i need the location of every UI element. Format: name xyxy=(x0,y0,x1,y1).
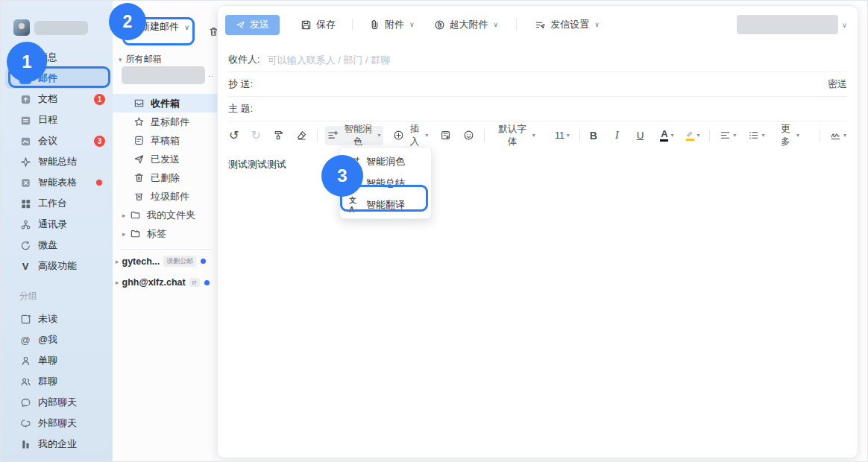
people-icon xyxy=(19,376,31,387)
triangle-right-icon[interactable]: ▸ xyxy=(122,212,130,219)
folder-junk[interactable]: 垃圾邮件 xyxy=(113,187,217,206)
folder-tags[interactable]: ▸ 标签 xyxy=(113,224,217,243)
sidebar-item-external-chat[interactable]: 外部聊天 xyxy=(1,413,113,434)
junk-icon xyxy=(133,191,145,202)
triangle-right-icon[interactable]: ▸ xyxy=(122,230,130,238)
folder-inbox[interactable]: 收件箱 xyxy=(113,94,217,113)
more-button[interactable]: 更多 ▾ xyxy=(774,126,802,145)
annotation-step-3: 3 xyxy=(321,155,363,197)
to-input[interactable] xyxy=(268,54,847,66)
sidebar-item-internal-chat[interactable]: 内部聊天 xyxy=(1,392,113,413)
triangle-right-icon[interactable]: ▸ xyxy=(116,258,119,265)
undo-button[interactable]: ↺ xyxy=(227,126,241,145)
sidebar-item-drive[interactable]: 微盘 xyxy=(1,235,113,256)
send-settings-button[interactable]: 发信设置 ∨ xyxy=(535,18,600,31)
paperclip-icon xyxy=(369,19,380,31)
document-icon xyxy=(19,93,31,105)
account-ellipsis[interactable]: .. xyxy=(208,69,214,78)
signature-button[interactable]: ▾ xyxy=(828,126,849,145)
advanced-features-icon: V xyxy=(19,260,31,272)
large-attachment-button[interactable]: 超大附件 ∨ xyxy=(434,18,499,31)
attachment-button[interactable]: 附件 ∨ xyxy=(369,18,415,31)
message-body[interactable]: 测试测试测试 xyxy=(218,149,858,180)
sidebar-item-label: 群聊 xyxy=(38,375,57,388)
all-mailboxes-header[interactable]: ▾ 所有邮箱 xyxy=(119,53,162,66)
to-label: 收件人: xyxy=(228,53,260,66)
folder-my-folders[interactable]: ▸ 我的文件夹 xyxy=(113,206,217,224)
sidebar-item-contacts[interactable]: 通讯录 xyxy=(1,214,113,235)
meeting-badge: 3 xyxy=(94,136,105,147)
divider xyxy=(709,130,710,142)
sidebar-item-label: 未读 xyxy=(38,312,57,326)
template-button[interactable] xyxy=(438,126,453,145)
sidebar-item-docs[interactable]: 文档 1 xyxy=(1,89,113,110)
sidebar-item-label: 会议 xyxy=(38,134,57,148)
translate-icon: 文A xyxy=(349,199,360,210)
sidebar-item-my-company[interactable]: 我的企业 xyxy=(1,434,113,455)
smart-table-icon xyxy=(19,177,31,189)
redo-button[interactable]: ↻ xyxy=(248,126,262,145)
list-button[interactable]: ▾ xyxy=(746,126,767,145)
sidebar-item-calendar[interactable]: 日程 xyxy=(1,110,113,130)
align-button[interactable]: ▾ xyxy=(717,126,738,145)
account-gytech[interactable]: ▸ gytech... 误删公邮 xyxy=(116,256,217,267)
sidebar-item-label: 高级功能 xyxy=(38,259,77,273)
bcc-link[interactable]: 密送 xyxy=(828,77,847,91)
folder-drafts[interactable]: 草稿箱 xyxy=(113,131,217,150)
save-button[interactable]: 保存 xyxy=(301,18,336,31)
format-painter-button[interactable] xyxy=(271,126,286,145)
app-window: 消息 邮件 文档 1 日程 会议 3 智能总结 xyxy=(0,0,868,462)
account-badge: 误删公邮 xyxy=(163,256,196,267)
sidebar-item-workbench[interactable]: 工作台 xyxy=(1,193,113,214)
highlight-button[interactable]: ▾ xyxy=(683,126,702,145)
folder-starred[interactable]: 星标邮件 xyxy=(113,113,217,131)
eraser-button[interactable] xyxy=(294,126,309,145)
sidebar-item-smart-table[interactable]: 智能表格 xyxy=(1,172,113,193)
sidebar-item-ai-summary[interactable]: 智能总结 xyxy=(1,151,113,172)
font-color-icon: A xyxy=(660,129,668,142)
ai-polish-button[interactable]: 智能润色 ▾ xyxy=(325,126,383,145)
folder-sent[interactable]: 已发送 xyxy=(113,150,217,168)
subject-input[interactable] xyxy=(260,104,847,115)
caret-down-icon: ▾ xyxy=(425,132,428,139)
folder-deleted[interactable]: 已删除 xyxy=(113,168,217,187)
cc-input[interactable] xyxy=(260,79,828,90)
send-button[interactable]: 发送 xyxy=(225,15,280,35)
sidebar-item-label: 文档 xyxy=(38,92,57,106)
large-attachment-icon xyxy=(434,19,445,31)
triangle-right-icon[interactable]: ▸ xyxy=(116,279,119,286)
font-size-select[interactable]: 11 ▾ xyxy=(553,126,572,145)
workbench-icon xyxy=(19,197,31,209)
font-color-button[interactable]: A ▾ xyxy=(658,126,676,145)
sidebar-item-at-me[interactable]: @ @我 xyxy=(1,329,113,350)
sender-account-selector[interactable]: ∨ xyxy=(737,15,847,34)
account-name-redacted[interactable] xyxy=(122,66,205,84)
account-ghh[interactable]: ▸ ghh@xlfz.chat rr xyxy=(116,277,217,288)
menu-item-ai-translate[interactable]: 文A 智能翻译 xyxy=(340,194,431,215)
bold-button[interactable]: B xyxy=(588,126,600,145)
send-icon xyxy=(236,20,245,30)
chevron-down-icon[interactable]: ∨ xyxy=(184,23,189,31)
italic-button[interactable]: I xyxy=(613,126,621,145)
font-family-select[interactable]: 默认字体 ▾ xyxy=(492,126,538,145)
sidebar-item-group-chat[interactable]: 群聊 xyxy=(1,371,113,392)
sidebar-item-advanced[interactable]: V 高级功能 xyxy=(1,256,113,276)
caret-down-icon: ▾ xyxy=(567,132,570,139)
sidebar-item-direct-chat[interactable]: 单聊 xyxy=(1,350,113,371)
profile-name-redacted xyxy=(34,21,88,35)
emoji-button[interactable] xyxy=(461,126,477,145)
sidebar-item-label: 我的企业 xyxy=(38,437,77,451)
cc-field-row: 抄 送: 密送 xyxy=(228,72,847,97)
annotation-step-2: 2 xyxy=(109,3,146,40)
profile[interactable] xyxy=(1,1,113,36)
divider xyxy=(119,249,211,250)
compose-window: 发送 保存 附件 ∨ 超大附件 ∨ 发信设置 ∨ xyxy=(217,5,858,458)
sidebar-item-unread[interactable]: 未读 xyxy=(1,308,113,329)
sidebar-item-label: 智能表格 xyxy=(38,176,77,189)
sidebar-item-meeting[interactable]: 会议 3 xyxy=(1,130,113,151)
avatar[interactable] xyxy=(13,19,30,36)
caret-down-icon: ▾ xyxy=(532,132,535,139)
underline-button[interactable]: U xyxy=(635,126,647,145)
sidebar-item-label: 微盘 xyxy=(38,238,57,252)
insert-button[interactable]: 插入 ▾ xyxy=(391,126,431,145)
